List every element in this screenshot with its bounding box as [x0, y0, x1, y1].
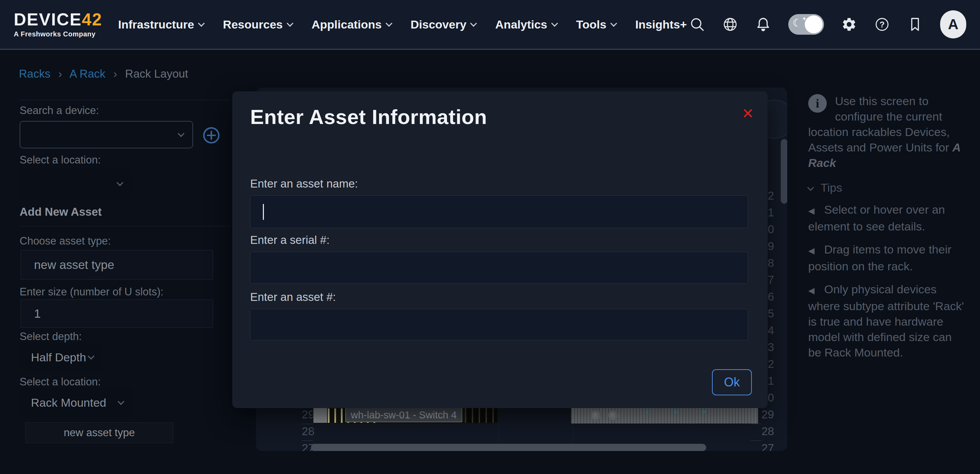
chevron-down-icon	[116, 179, 123, 186]
asset-number-input[interactable]	[250, 309, 748, 340]
text-cursor	[263, 204, 264, 220]
rail-tick	[750, 441, 761, 441]
search-device-select[interactable]	[19, 121, 193, 148]
search-device-label: Search a device:	[19, 104, 99, 117]
tip-item: ◀Drag items to move their position on th…	[808, 242, 966, 274]
tip-item: ◀Only physical devices where subtype att…	[808, 282, 966, 360]
settings-gear-icon[interactable]	[841, 16, 857, 32]
svg-text:?: ?	[880, 20, 885, 29]
chevron-down-icon	[551, 20, 558, 27]
chevron-down-icon	[286, 20, 293, 27]
serial-number-label: Enter a serial #:	[250, 234, 329, 247]
rack-unit-number: 28	[290, 425, 314, 438]
enter-asset-information-modal: Enter Asset Information ✕ Enter an asset…	[232, 91, 768, 408]
modal-title: Enter Asset Information	[250, 105, 487, 129]
search-icon[interactable]	[689, 16, 705, 32]
server-fan	[591, 410, 601, 420]
menu-discovery[interactable]: Discovery	[410, 18, 476, 31]
rack-device-server[interactable]	[571, 407, 758, 423]
rack-device-switch[interactable]: wh-lab-sw-01 - Switch 4	[313, 407, 498, 423]
bookmark-icon[interactable]	[907, 16, 923, 32]
rack-unit-number: 29	[290, 408, 314, 421]
theme-toggle[interactable]: ☾ ✦	[788, 14, 824, 35]
rail-tick	[302, 441, 313, 441]
breadcrumb-separator: ›	[59, 67, 62, 80]
server-led	[702, 410, 705, 413]
server-led	[646, 410, 648, 413]
rail-tick	[750, 423, 761, 424]
chevron-down-icon	[385, 20, 392, 27]
rack-unit-number: 27	[762, 442, 774, 451]
info-icon: i	[808, 94, 827, 113]
serial-number-input[interactable]	[250, 252, 748, 284]
tips-header-label: Tips	[821, 181, 842, 194]
menu-infrastructure[interactable]: Infrastructure	[118, 18, 204, 31]
ok-button[interactable]: Ok	[712, 369, 752, 395]
moon-icon: ☾	[792, 17, 802, 29]
asset-type-field[interactable]: new asset type	[21, 250, 213, 280]
brand-accent: 42	[82, 10, 102, 29]
vertical-scrollbar[interactable]	[781, 139, 787, 204]
user-avatar[interactable]: A	[940, 10, 966, 38]
sidebar-divider	[19, 226, 231, 226]
menu-insights[interactable]: Insights+	[635, 18, 687, 31]
sidebar-divider	[19, 100, 231, 100]
tip-bullet-icon: ◀	[808, 246, 815, 256]
chevron-down-icon	[807, 184, 814, 191]
notifications-bell-icon[interactable]	[755, 16, 771, 32]
server-led	[674, 410, 676, 413]
mount-location-value: Rack Mounted	[21, 388, 132, 417]
rail-tick	[302, 423, 313, 424]
switch-module	[313, 408, 327, 423]
navbar-actions: ☾ ✦ ? A	[689, 10, 966, 38]
mount-location-dropdown[interactable]: Rack Mounted	[21, 388, 132, 417]
new-asset-type-button[interactable]: new asset type	[25, 423, 173, 443]
breadcrumb-separator: ›	[113, 67, 117, 80]
asset-name-input[interactable]	[250, 196, 748, 228]
size-value: 1	[34, 307, 41, 320]
avatar-initial: A	[948, 16, 958, 33]
menu-tools[interactable]: Tools	[576, 18, 616, 31]
globe-icon[interactable]	[722, 16, 738, 32]
server-fan	[608, 410, 619, 420]
add-new-asset-heading: Add New Asset	[19, 205, 102, 218]
size-field[interactable]: 1	[21, 299, 213, 328]
chevron-down-icon	[470, 20, 477, 27]
size-label: Enter size (number of U slots):	[19, 286, 164, 298]
tips-toggle[interactable]: Tips	[808, 181, 966, 194]
breadcrumb-racks[interactable]: Racks	[19, 67, 51, 80]
device42-rack-layout-page: DEVICE42 A Freshworks Company Infrastruc…	[0, 0, 980, 474]
top-navbar: DEVICE42 A Freshworks Company Infrastruc…	[0, 0, 980, 50]
rack-unit-number: 29	[762, 408, 774, 421]
help-icon[interactable]: ?	[874, 16, 890, 32]
chevron-down-icon	[610, 20, 617, 27]
depth-dropdown[interactable]: Half Depth	[21, 344, 102, 371]
screen-info-text: iUse this screen to configure the curren…	[808, 94, 966, 171]
brand-tagline: A Freshworks Company	[14, 30, 102, 38]
breadcrumb-a-rack[interactable]: A Rack	[69, 67, 105, 80]
device42-logo[interactable]: DEVICE42 A Freshworks Company	[14, 11, 102, 38]
menu-analytics[interactable]: Analytics	[495, 18, 557, 31]
close-icon[interactable]: ✕	[742, 107, 754, 121]
select-location-label: Select a location:	[19, 154, 101, 166]
device-label: wh-lab-sw-01 - Switch 4	[345, 408, 462, 422]
choose-asset-type-label: Choose asset type:	[19, 235, 111, 247]
asset-name-label: Enter an asset name:	[250, 177, 358, 190]
menu-applications[interactable]: Applications	[312, 18, 391, 31]
chevron-down-icon	[198, 20, 205, 27]
menu-resources[interactable]: Resources	[223, 18, 293, 31]
tip-bullet-icon: ◀	[808, 286, 815, 295]
horizontal-scrollbar[interactable]	[311, 444, 706, 451]
brand-white: DEVICE	[14, 10, 82, 29]
tip-bullet-icon: ◀	[808, 206, 815, 216]
select-depth-label: Select depth:	[19, 331, 82, 343]
breadcrumb-current: Rack Layout	[125, 67, 188, 80]
select-location2-label: Select a location:	[19, 376, 101, 388]
asset-number-label: Enter an asset #:	[250, 291, 336, 304]
add-device-plus-icon[interactable]	[202, 126, 221, 145]
asset-type-value: new asset type	[34, 258, 114, 272]
location-select[interactable]	[19, 169, 131, 199]
tip-item: ◀Select or hover over an element to see …	[808, 202, 966, 234]
main-menu: Infrastructure Resources Applications Di…	[118, 18, 687, 31]
brand-name: DEVICE42	[14, 11, 102, 28]
